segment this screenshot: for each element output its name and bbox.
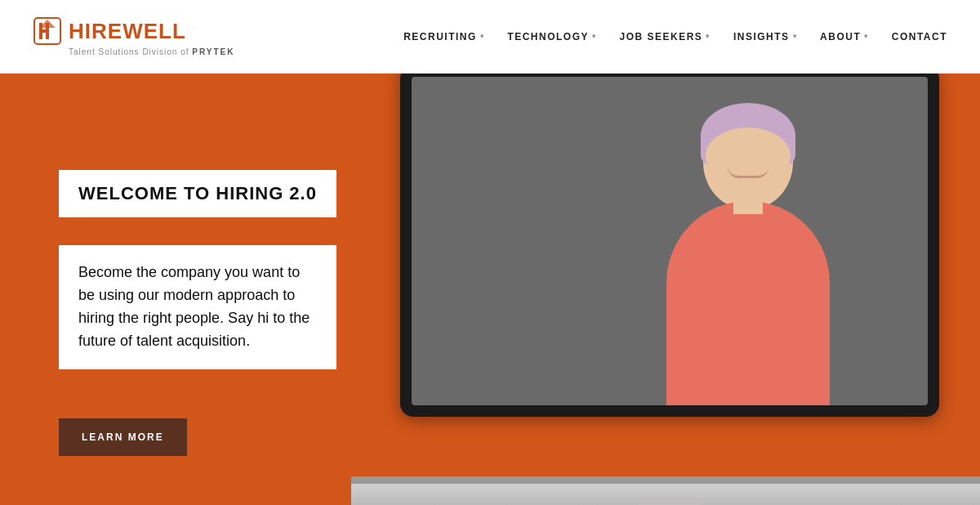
person-smile [728, 167, 768, 178]
laptop-notch [637, 498, 702, 505]
logo-area: HIREWELL Talent Solutions Division of PR… [33, 16, 235, 56]
nav-item-insights[interactable]: INSIGHTS▾ [733, 31, 797, 42]
person-figure [617, 95, 879, 405]
header: HIREWELL Talent Solutions Division of PR… [0, 0, 980, 74]
nav-item-recruiting[interactable]: RECRUITING▾ [403, 31, 484, 42]
learn-more-button[interactable]: LEARN MORE [59, 418, 187, 456]
hero-headline: WELCOME TO HIRING 2.0 [59, 170, 336, 217]
laptop-screen-outer [400, 74, 939, 417]
logo-well: WELL [122, 19, 186, 43]
nav-item-about[interactable]: ABOUT▾ [820, 31, 869, 42]
hirewell-logo-icon [33, 16, 62, 46]
chevron-down-icon: ▾ [706, 33, 710, 40]
hero-section: WELCOME TO HIRING 2.0 Become the company… [0, 74, 980, 505]
logo-subtitle: Talent Solutions Division of PRYTEK [69, 47, 235, 56]
nav-item-contact[interactable]: CONTACT [892, 31, 947, 42]
nav-item-job-seekers[interactable]: JOB SEEKERS▾ [620, 31, 710, 42]
chevron-down-icon: ▾ [864, 33, 869, 40]
person-body [666, 201, 830, 405]
logo-top: HIREWELL [33, 16, 235, 46]
chevron-down-icon: ▾ [592, 33, 597, 40]
logo-hire: HIRE [69, 19, 122, 43]
main-nav: RECRUITING▾ TECHNOLOGY▾ JOB SEEKERS▾ INS… [403, 31, 947, 42]
chevron-down-icon: ▾ [793, 33, 798, 40]
chevron-down-icon: ▾ [480, 33, 485, 40]
nav-item-technology[interactable]: TECHNOLOGY▾ [507, 31, 596, 42]
logo-text: HIREWELL [69, 19, 186, 44]
laptop-graphic [335, 74, 980, 505]
laptop-base [351, 484, 980, 505]
laptop-screen-inner [412, 77, 928, 405]
person-neck [733, 196, 763, 214]
hero-body-text: Become the company you want to be using … [59, 245, 336, 369]
